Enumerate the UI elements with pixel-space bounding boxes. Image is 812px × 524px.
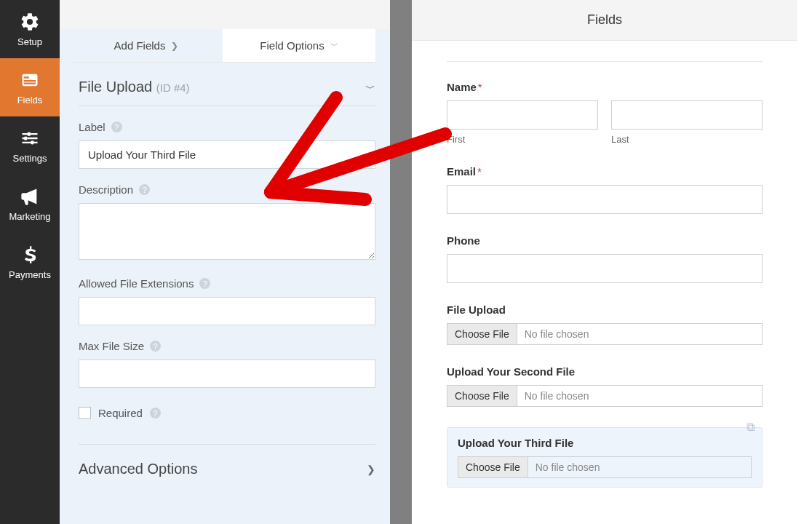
preview-email-field[interactable]: Email* [447,165,763,214]
sidebar-item-fields[interactable]: Fields [0,58,60,116]
advanced-label: Advanced Options [79,461,197,477]
sidebar-item-settings[interactable]: Settings [0,116,60,175]
field-label: File Upload [447,303,763,316]
field-label: Email [447,165,476,178]
right-scrollbar[interactable] [797,0,812,524]
panel-title: File Upload [79,79,152,95]
phone-input[interactable] [447,254,763,283]
bullhorn-icon [20,186,40,207]
tab-label: Field Options [260,39,324,52]
sidebar-item-setup[interactable]: Setup [0,0,60,58]
preview-phone-field[interactable]: Phone [447,234,763,283]
chevron-down-icon[interactable]: ﹀ [365,82,375,95]
top-spacer [60,0,390,29]
field-label: Upload Your Second File [447,365,763,378]
panel-header[interactable]: File Upload (ID #4) ﹀ [79,63,375,106]
preview-file-upload-1[interactable]: File Upload Choose File No file chosen [447,303,763,345]
help-icon[interactable]: ? [111,122,122,132]
label-text: Description [79,183,133,196]
tab-field-options[interactable]: Field Options ﹀ [223,29,375,62]
file-control: Choose File No file chosen [447,385,763,407]
last-name-input[interactable] [611,100,763,130]
max-size-input[interactable] [79,360,375,388]
file-control: Choose File No file chosen [458,456,752,478]
field-description-group: Description ? [79,183,375,263]
tab-label: Add Fields [114,39,166,52]
required-asterisk: * [477,165,482,178]
gear-icon [20,12,40,32]
field-label: Phone [447,234,763,247]
chevron-right-icon: ❯ [367,464,375,475]
chevron-down-icon: ﹀ [330,40,338,51]
help-icon[interactable]: ? [139,184,150,195]
sidebar-item-payments[interactable]: Payments [0,233,60,291]
file-control: Choose File No file chosen [447,323,763,345]
choose-file-button[interactable]: Choose File [447,324,517,344]
help-icon[interactable]: ? [199,278,210,289]
panel-tabs: Add Fields ❯ Field Options ﹀ [70,29,375,63]
file-status-text: No file chosen [517,328,597,340]
options-scroll-area[interactable]: File Upload (ID #4) ﹀ Label ? Descriptio… [60,63,390,524]
sidebar-item-label: Settings [13,153,47,164]
svg-rect-3 [24,82,36,84]
description-textarea[interactable] [79,203,375,260]
field-label: Upload Your Third File [458,437,752,449]
form-preview: Name* First Last Email* Phone [412,41,797,524]
app-sidebar: Setup Fields Settings Marketing Payments [0,0,60,524]
field-options-column: Add Fields ❯ Field Options ﹀ File Upload… [60,0,390,524]
field-max-size-group: Max File Size ? [79,340,375,388]
form-preview-column: Fields Name* First Last Email* [412,0,797,524]
label-text: Max File Size [79,340,144,352]
required-row[interactable]: Required ? [79,407,375,419]
svg-point-5 [24,136,28,140]
choose-file-button[interactable]: Choose File [458,457,528,477]
field-label: Name [447,81,477,93]
sidebar-item-label: Setup [17,36,42,47]
file-status-text: No file chosen [517,390,597,402]
page-title: Fields [412,0,797,41]
sublabel-first: First [447,134,598,145]
label-text: Allowed File Extensions [79,277,194,290]
dollar-icon [20,245,40,265]
label-text: Label [79,121,106,133]
choose-file-button[interactable]: Choose File [447,386,517,406]
help-icon[interactable]: ? [150,408,161,418]
sidebar-item-label: Marketing [9,211,50,222]
required-label: Required [98,407,143,419]
sidebar-item-label: Payments [9,269,51,280]
preview-name-field[interactable]: Name* First Last [447,81,763,145]
help-icon[interactable]: ? [150,341,161,352]
svg-rect-2 [24,80,36,82]
form-icon [20,70,40,90]
chevron-right-icon: ❯ [171,41,178,51]
field-label-group: Label ? [79,121,375,169]
panel-id: (ID #4) [156,82,190,94]
label-input[interactable] [79,140,375,169]
svg-point-6 [31,140,34,144]
sliders-icon [20,128,40,148]
duplicate-icon[interactable]: ⧉ [747,421,755,434]
field-allowed-ext-group: Allowed File Extensions ? [79,277,375,325]
column-divider [390,0,412,524]
allowed-ext-input[interactable] [79,297,375,325]
tab-add-fields[interactable]: Add Fields ❯ [70,29,223,62]
first-name-input[interactable] [447,100,598,130]
svg-rect-1 [24,76,29,78]
preview-file-upload-3-selected[interactable]: ⧉ Upload Your Third File Choose File No … [447,427,763,488]
required-asterisk: * [478,81,482,93]
file-status-text: No file chosen [528,461,608,473]
preview-file-upload-2[interactable]: Upload Your Second File Choose File No f… [447,365,763,407]
email-input[interactable] [447,185,763,214]
svg-point-4 [27,132,31,135]
sublabel-last: Last [611,134,763,145]
advanced-options-toggle[interactable]: Advanced Options ❯ [79,444,375,493]
sidebar-item-label: Fields [17,95,43,106]
sidebar-item-marketing[interactable]: Marketing [0,175,60,233]
preview-divider [447,61,763,62]
required-checkbox[interactable] [79,407,91,419]
